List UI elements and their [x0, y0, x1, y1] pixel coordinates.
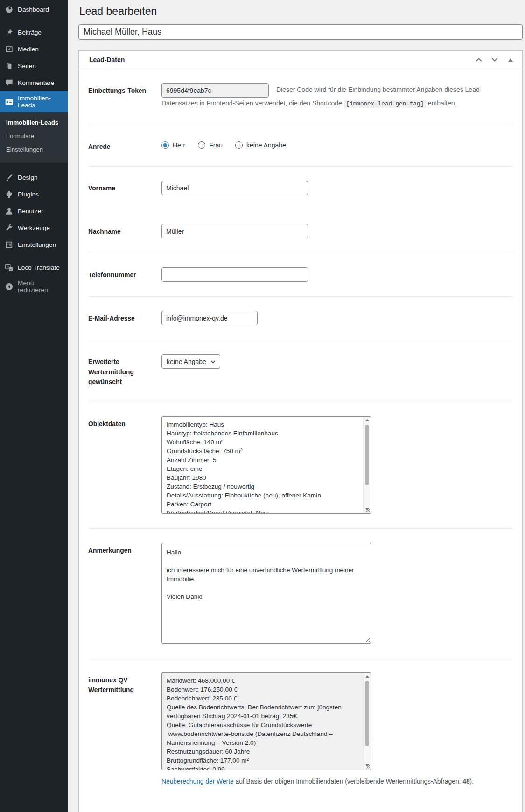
- sidebar-item-label: Einstellungen: [18, 241, 56, 248]
- telefon-label: Telefonnummer: [88, 267, 161, 282]
- scroll-up-icon[interactable]: [364, 417, 371, 424]
- scrollbar-thumb[interactable]: [365, 425, 369, 485]
- move-up-button[interactable]: [474, 56, 484, 64]
- radio-herr[interactable]: [161, 141, 169, 149]
- sidebar-item-plugins[interactable]: Plugins: [0, 186, 68, 203]
- token-input[interactable]: [161, 83, 269, 98]
- form-row-qv-wertermittlung: immonex QV Wertermittlung Marktwert: 468…: [88, 658, 513, 799]
- sidebar-item-medien[interactable]: Medien: [0, 41, 68, 57]
- form-row-nachname: Nachname: [88, 210, 513, 253]
- anrede-label: Anrede: [88, 139, 161, 152]
- sidebar-item-kommentare[interactable]: Kommentare: [0, 74, 68, 91]
- anrede-radio-group: Herr Frau keine Angabe: [161, 139, 513, 149]
- select-value: keine Angabe: [167, 358, 206, 365]
- form-row-objektdaten: Objektdaten Immobilientyp: Haus Haustyp:…: [88, 402, 513, 529]
- form-row-email: E-Mail-Adresse: [88, 297, 513, 340]
- token-description-end: enthalten.: [428, 99, 457, 107]
- form-row-anmerkungen: Anmerkungen Hallo, ich interessiere mich…: [88, 529, 513, 658]
- vorname-input[interactable]: [161, 181, 308, 195]
- form-row-vorname: Vorname: [88, 167, 513, 210]
- main-content: Lead bearbeiten Lead-Daten Einbettungs-T…: [68, 0, 525, 812]
- triangle-up-icon: [508, 58, 513, 62]
- sidebar-item-loco-translate[interactable]: Aa Loco Translate: [0, 259, 68, 276]
- sidebar-item-label: Werkzeuge: [18, 224, 50, 231]
- lead-daten-postbox: Lead-Daten Einbettungs-Token Dieser Code…: [78, 50, 523, 812]
- vorname-label: Vorname: [88, 181, 161, 195]
- recalc-link[interactable]: Neuberechung der Werte: [161, 778, 234, 785]
- recalc-suffix: ).: [470, 778, 474, 785]
- objektdaten-textarea[interactable]: Immobilientyp: Haus Haustyp: freistehend…: [161, 416, 371, 514]
- collapse-menu-button[interactable]: Menü reduzieren: [0, 276, 68, 297]
- postbox-handles: [474, 56, 516, 64]
- radio-option-herr[interactable]: Herr: [161, 141, 185, 149]
- active-menu-arrow: [64, 98, 71, 105]
- svg-text:a: a: [10, 267, 12, 271]
- plugin-icon: [4, 189, 14, 199]
- sidebar-item-design[interactable]: Design: [0, 169, 68, 186]
- id-card-icon: [4, 97, 14, 106]
- sliders-icon: [4, 240, 14, 249]
- submenu-item-einstellungen[interactable]: Einstellungen: [0, 143, 68, 156]
- email-input[interactable]: [161, 311, 258, 325]
- radio-label: Frau: [209, 141, 223, 149]
- sidebar-item-immobilien-leads[interactable]: Immobilien-Leads: [0, 91, 68, 112]
- admin-sidebar: Dashboard Beiträge Medien Seiten Komment…: [0, 0, 68, 812]
- sidebar-item-label: Kommentare: [18, 79, 54, 86]
- telefon-input[interactable]: [161, 267, 308, 282]
- sidebar-item-beitraege[interactable]: Beiträge: [0, 24, 68, 41]
- sidebar-item-label: Dashboard: [18, 6, 49, 13]
- sidebar-item-dashboard[interactable]: Dashboard: [0, 1, 68, 18]
- form-row-telefon: Telefonnummer: [88, 253, 513, 297]
- sidebar-item-label: Seiten: [18, 63, 36, 70]
- scroll-up-icon[interactable]: [364, 673, 371, 680]
- recalc-line: Neuberechung der Werte auf Basis der obi…: [161, 778, 513, 785]
- submenu-item-formulare[interactable]: Formulare: [0, 129, 68, 143]
- radio-label: Herr: [173, 141, 185, 149]
- sidebar-item-label: Medien: [18, 46, 39, 53]
- erweiterte-wertermittlung-select[interactable]: keine Angabe: [161, 354, 220, 369]
- qv-text: Marktwert: 468.000,00 € Bodenwert: 176.2…: [162, 673, 371, 770]
- postbox-header: Lead-Daten: [79, 51, 522, 69]
- submenu-item-immobilien-leads[interactable]: Immobilien-Leads: [0, 116, 68, 129]
- anmerkungen-textarea[interactable]: Hallo, ich interessiere mich für eine un…: [161, 543, 371, 644]
- sidebar-item-label: Immobilien-Leads: [18, 95, 64, 109]
- form-row-anrede: Anrede Herr Frau: [88, 125, 513, 167]
- sidebar-item-label: Design: [18, 174, 38, 181]
- qv-scrollbar[interactable]: [363, 673, 370, 769]
- translate-icon: Aa: [4, 263, 14, 272]
- recalc-count: 48: [462, 778, 469, 785]
- erweiterte-label: Erweiterte Wertermittlung gewünscht: [88, 354, 161, 387]
- nachname-input[interactable]: [161, 224, 308, 238]
- lead-form: Einbettungs-Token Dieser Code wird für d…: [79, 69, 522, 812]
- sidebar-item-benutzer[interactable]: Benutzer: [0, 203, 68, 219]
- collapse-toggle-button[interactable]: [505, 56, 516, 64]
- email-label: E-Mail-Adresse: [88, 311, 161, 325]
- radio-option-frau[interactable]: Frau: [198, 141, 223, 149]
- sidebar-item-label: Benutzer: [18, 208, 43, 215]
- postbox-title: Lead-Daten: [89, 56, 125, 63]
- move-down-button[interactable]: [490, 56, 500, 64]
- token-field: Dieser Code wird für die Einbindung best…: [161, 83, 513, 110]
- radio-keine-angabe[interactable]: [235, 141, 243, 149]
- brush-icon: [4, 173, 14, 182]
- radio-label: keine Angabe: [246, 141, 286, 149]
- chevron-down-icon: [210, 358, 216, 364]
- sidebar-item-werkzeuge[interactable]: Werkzeuge: [0, 219, 68, 236]
- token-label: Einbettungs-Token: [88, 83, 161, 110]
- sidebar-item-seiten[interactable]: Seiten: [0, 57, 68, 74]
- sidebar-item-einstellungen[interactable]: Einstellungen: [0, 236, 68, 253]
- objektdaten-scrollbar[interactable]: [363, 417, 370, 513]
- objektdaten-label: Objektdaten: [88, 416, 161, 514]
- media-icon: [4, 44, 14, 54]
- user-icon: [4, 206, 14, 216]
- pages-icon: [4, 61, 14, 70]
- recalc-text: auf Basis der obigen Immobiliendaten (ve…: [234, 778, 463, 785]
- radio-option-keine-angabe[interactable]: keine Angabe: [235, 141, 286, 149]
- shortcode-badge: [immonex-lead-gen-tag]: [344, 100, 426, 108]
- wordpress-admin: Dashboard Beiträge Medien Seiten Komment…: [0, 0, 525, 812]
- radio-frau[interactable]: [198, 141, 205, 149]
- lead-title-input[interactable]: [78, 24, 523, 40]
- scrollbar-thumb[interactable]: [365, 681, 369, 746]
- qv-textarea[interactable]: Marktwert: 468.000,00 € Bodenwert: 176.2…: [161, 672, 371, 770]
- immobilien-leads-submenu: Immobilien-Leads Formulare Einstellungen: [0, 112, 68, 163]
